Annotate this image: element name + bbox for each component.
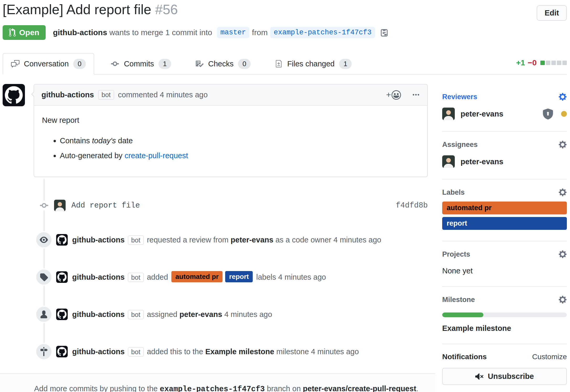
label-automated-pr[interactable]: automated pr xyxy=(442,202,567,214)
comment-actions: + xyxy=(386,90,420,100)
commit-message[interactable]: Add report file xyxy=(71,201,140,210)
smiley-icon xyxy=(392,90,401,100)
edit-button[interactable]: Edit xyxy=(537,5,567,21)
projects-empty-text: None yet xyxy=(442,267,567,275)
mute-icon xyxy=(475,372,484,381)
gear-icon[interactable] xyxy=(558,295,567,304)
assignee-name[interactable]: peter-evans xyxy=(461,157,503,166)
reviewer-name[interactable]: peter-evans xyxy=(461,110,503,118)
commit-row: Add report file f4dfd8b xyxy=(3,200,428,211)
pr-status-row: Open github-actions wants to merge 1 com… xyxy=(3,25,567,40)
diffstat[interactable]: +1 −0 xyxy=(516,58,567,67)
avatar[interactable] xyxy=(56,271,68,283)
file-diff-icon xyxy=(275,60,283,68)
shield-icon xyxy=(542,108,554,120)
event-labels-added: github-actions bot added automated prrep… xyxy=(3,268,428,286)
avatar[interactable] xyxy=(54,200,66,211)
page-title: [Example] Add report file #56 xyxy=(3,2,567,17)
avatar[interactable] xyxy=(56,234,68,246)
assignee-row: peter-evans xyxy=(442,155,567,168)
milestone-progress-fill xyxy=(442,312,483,317)
tab-counter: 1 xyxy=(339,59,352,69)
tab-conversation[interactable]: Conversation 0 xyxy=(3,53,94,75)
commit-sha[interactable]: f4dfd8b xyxy=(396,201,428,210)
gear-icon[interactable] xyxy=(558,92,567,101)
event-assigned: github-actions bot assigned peter-evans … xyxy=(3,306,428,323)
kebab-menu-icon[interactable] xyxy=(412,91,420,99)
add-reaction-button[interactable]: + xyxy=(386,90,401,100)
gear-icon[interactable] xyxy=(558,140,567,149)
event-text: github-actions bot added automated prrep… xyxy=(72,269,326,285)
gear-icon[interactable] xyxy=(558,250,567,259)
pr-author[interactable]: github-actions xyxy=(53,28,107,37)
merge-summary: github-actions wants to merge 1 commit i… xyxy=(53,27,389,38)
state-badge-label: Open xyxy=(19,28,39,37)
bot-badge: bot xyxy=(98,90,114,100)
git-commit-icon xyxy=(110,59,119,68)
assignees-title[interactable]: Assignees xyxy=(442,141,478,149)
tab-checks[interactable]: Checks 0 xyxy=(187,54,258,74)
diffstat-additions: +1 xyxy=(516,58,525,67)
pr-tabs: Conversation 0 Commits 1 Checks 0 Files … xyxy=(3,53,567,75)
label-report[interactable]: report xyxy=(442,217,567,230)
tab-commits[interactable]: Commits 1 xyxy=(103,54,179,74)
label-automated-pr[interactable]: automated pr xyxy=(171,271,223,282)
notifications-section: Notifications Customize Unsubscribe You’… xyxy=(442,344,567,392)
comment-author[interactable]: github-actions xyxy=(41,91,94,99)
tab-counter: 1 xyxy=(159,59,171,69)
avatar[interactable] xyxy=(442,108,455,120)
pull-request-page: [Example] Add report file #56 Edit Open … xyxy=(0,2,570,392)
label-report[interactable]: report xyxy=(225,271,253,282)
comment-intro: New report xyxy=(42,115,419,126)
milestone-name[interactable]: Example milestone xyxy=(442,324,567,333)
avatar[interactable] xyxy=(56,309,68,320)
event-text: github-actions bot assigned peter-evans … xyxy=(72,307,272,322)
comment-body: New report Contains today's date Auto-ge… xyxy=(34,106,427,177)
tag-icon xyxy=(35,268,52,286)
eye-icon xyxy=(35,231,52,248)
footer-repo: peter-evans/create-pull-request xyxy=(303,384,416,392)
tab-label: Commits xyxy=(124,60,154,68)
create-pull-request-link[interactable]: create-pull-request xyxy=(125,151,188,160)
event-text: github-actions bot added this to the Exa… xyxy=(72,344,359,359)
checklist-icon xyxy=(195,60,204,68)
base-branch-chip[interactable]: master xyxy=(217,27,249,38)
tab-label: Files changed xyxy=(287,60,335,68)
git-pull-request-icon xyxy=(9,28,16,37)
avatar[interactable] xyxy=(56,346,68,357)
tab-files-changed[interactable]: Files changed 1 xyxy=(267,54,360,74)
copy-branch-icon[interactable] xyxy=(380,28,389,37)
unsubscribe-button[interactable]: Unsubscribe xyxy=(442,368,567,385)
projects-title[interactable]: Projects xyxy=(442,250,470,258)
milestone-icon xyxy=(35,343,52,360)
labels-section: Labels automated pr report xyxy=(442,179,567,241)
milestone-progress-bar xyxy=(442,312,567,317)
assignees-section: Assignees peter-evans xyxy=(442,132,567,179)
reviewer-row: peter-evans xyxy=(442,108,567,120)
event-review-requested: github-actions bot requested a review fr… xyxy=(3,231,428,248)
head-branch-chip[interactable]: example-patches-1f47cf3 xyxy=(270,27,375,38)
diffstat-blocks xyxy=(540,61,567,65)
reviewers-section: Reviewers peter-evans xyxy=(442,84,567,132)
milestone-section: Milestone Example milestone xyxy=(442,287,567,344)
reviewers-title[interactable]: Reviewers xyxy=(442,93,477,101)
notifications-note: You’re receiving notifications because y… xyxy=(442,391,567,392)
customize-link[interactable]: Customize xyxy=(532,353,567,361)
avatar[interactable] xyxy=(442,155,455,168)
comment-timestamp: commented 4 minutes ago xyxy=(118,91,208,99)
comment-box: github-actions bot commented 4 minutes a… xyxy=(34,84,428,177)
tab-counter: 0 xyxy=(73,59,86,69)
gear-icon[interactable] xyxy=(558,188,567,197)
tab-label: Conversation xyxy=(24,60,69,68)
pr-title-text: [Example] Add report file xyxy=(3,2,151,17)
milestone-title[interactable]: Milestone xyxy=(442,296,475,304)
avatar[interactable] xyxy=(3,84,25,106)
tab-label: Checks xyxy=(208,60,234,68)
comment-discussion-icon xyxy=(11,60,19,68)
pending-review-dot xyxy=(561,111,567,117)
timeline: Add report file f4dfd8b github-actions b… xyxy=(3,177,428,360)
projects-section: Projects None yet xyxy=(442,241,567,287)
person-icon xyxy=(35,306,52,323)
event-text: github-actions bot requested a review fr… xyxy=(72,232,381,248)
labels-title[interactable]: Labels xyxy=(442,188,465,197)
